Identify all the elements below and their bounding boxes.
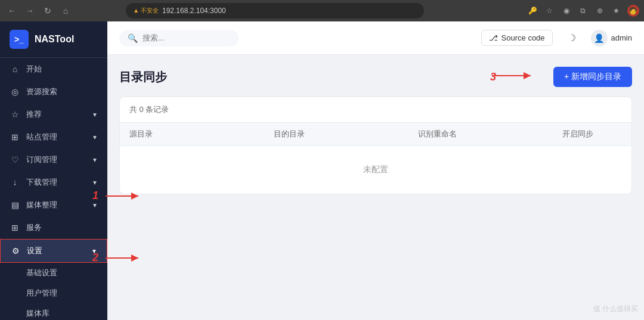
sidebar-item-home[interactable]: ⌂ 开始 — [0, 58, 107, 80]
media-icon: ▤ — [10, 200, 20, 210]
user-name-label: admin — [611, 33, 632, 42]
chevron-down-icon-6: ▼ — [91, 248, 97, 254]
extension-icon-4[interactable]: ⧉ — [577, 5, 589, 17]
site-icon: ⊞ — [10, 132, 20, 142]
theme-toggle-button[interactable]: ☽ — [562, 29, 581, 48]
home-button[interactable]: ⌂ — [58, 4, 73, 18]
sidebar-item-service-label: 服务 — [26, 222, 42, 233]
sidebar: >_ NASTool ⌂ 开始 ◎ 资源搜索 ☆ 推荐 ▼ ⊞ 站点管理 ▼ ♡… — [0, 21, 107, 320]
add-sync-dir-button[interactable]: + 新增同步目录 — [553, 67, 632, 87]
chevron-down-icon-2: ▼ — [92, 134, 98, 141]
table-header: 源目录 目的目录 识别重命名 开启同步 — [120, 123, 631, 146]
recommend-icon: ☆ — [10, 110, 20, 119]
col-dest-dir: 目的目录 — [274, 129, 418, 139]
address-bar: ▲ 不安全 192.168.2.104:3000 — [126, 3, 424, 18]
source-code-button[interactable]: ⎇ Source code — [481, 30, 553, 46]
security-warning: ▲ 不安全 — [133, 7, 159, 15]
sidebar-item-service[interactable]: ⊞ 服务 — [0, 216, 107, 239]
page-title: 目录同步 — [119, 69, 167, 85]
chevron-down-icon-5: ▼ — [92, 202, 98, 209]
search-icon: ◎ — [10, 87, 20, 97]
sidebar-item-site-label: 站点管理 — [26, 132, 57, 142]
col-source-dir: 源目录 — [129, 129, 274, 139]
settings-gear-icon: ⚙ — [10, 246, 21, 256]
service-icon: ⊞ — [10, 223, 20, 232]
search-input[interactable] — [143, 33, 230, 42]
sidebar-item-recommend[interactable]: ☆ 推荐 ▼ — [0, 103, 107, 126]
reload-button[interactable]: ↻ — [41, 4, 55, 18]
record-count: 共 0 条记录 — [120, 97, 631, 123]
topbar-right: ⎇ Source code ☽ 👤 admin — [481, 29, 632, 48]
col-enabled: 开启同步 — [562, 129, 622, 139]
sidebar-subitem-basic[interactable]: 基础设置 — [0, 263, 107, 283]
empty-state: 未配置 — [120, 146, 631, 194]
address-text: 192.168.2.104:3000 — [162, 7, 226, 15]
sidebar-item-home-label: 开始 — [26, 64, 42, 74]
topbar: 🔍 ⎇ Source code ☽ 👤 admin — [107, 21, 644, 55]
sync-table: 共 0 条记录 源目录 目的目录 识别重命名 开启同步 未配置 — [119, 97, 632, 194]
browser-chrome: ← → ↻ ⌂ ▲ 不安全 192.168.2.104:3000 🔑 ☆ ◉ ⧉… — [0, 0, 644, 21]
sidebar-item-subscription-label: 订阅管理 — [26, 154, 57, 165]
chevron-down-icon-3: ▼ — [92, 157, 98, 163]
sidebar-item-site-manage[interactable]: ⊞ 站点管理 ▼ — [0, 126, 107, 148]
user-menu-button[interactable]: 👤 admin — [591, 30, 632, 46]
browser-toolbar-icons: 🔑 ☆ ◉ ⧉ ⊕ ★ 🧑 — [527, 5, 639, 17]
watermark: 值 什么值得买 — [593, 304, 638, 314]
sidebar-item-media[interactable]: ▤ 媒体整理 ▼ — [0, 194, 107, 216]
extension-icon-1[interactable]: 🔑 — [527, 5, 539, 17]
extension-icon-5[interactable]: ⊕ — [594, 5, 606, 17]
extension-icon-3[interactable]: ◉ — [561, 5, 572, 17]
sidebar-item-subscription[interactable]: ♡ 订阅管理 ▼ — [0, 148, 107, 171]
app-container: >_ NASTool ⌂ 开始 ◎ 资源搜索 ☆ 推荐 ▼ ⊞ 站点管理 ▼ ♡… — [0, 21, 644, 320]
profile-icon[interactable]: 🧑 — [627, 5, 639, 17]
chevron-down-icon-4: ▼ — [92, 179, 98, 186]
col-rename: 识别重命名 — [418, 129, 562, 139]
extension-icon-6[interactable]: ★ — [611, 5, 623, 17]
annotation-arrow — [492, 70, 540, 82]
extension-icon-2[interactable]: ☆ — [544, 5, 556, 17]
logo-icon: >_ — [10, 30, 29, 49]
main-content: 目录同步 3 + 新增同步目录 — [107, 55, 644, 320]
right-panel: 🔍 ⎇ Source code ☽ 👤 admin 目录同步 — [107, 21, 644, 320]
sidebar-item-recommend-label: 推荐 — [26, 109, 42, 120]
user-avatar: 👤 — [591, 30, 608, 46]
sidebar-item-media-label: 媒体整理 — [26, 200, 57, 210]
page-header: 目录同步 3 + 新增同步目录 — [119, 67, 632, 87]
sidebar-item-resource-search[interactable]: ◎ 资源搜索 — [0, 80, 107, 103]
back-button[interactable]: ← — [5, 4, 19, 18]
sidebar-subitem-user[interactable]: 用户管理 — [0, 283, 107, 303]
search-icon-top: 🔍 — [128, 33, 138, 43]
home-icon: ⌂ — [10, 64, 20, 74]
chevron-down-icon: ▼ — [92, 111, 98, 118]
sidebar-item-download-label: 下载管理 — [26, 177, 57, 188]
sidebar-item-resource-label: 资源搜索 — [26, 86, 57, 97]
source-code-label: Source code — [501, 33, 545, 42]
logo-text: NASTool — [35, 34, 74, 45]
github-icon: ⎇ — [489, 33, 498, 42]
sidebar-logo: >_ NASTool — [0, 21, 107, 58]
download-icon: ↓ — [10, 178, 20, 187]
sidebar-subitem-medialib[interactable]: 媒体库 — [0, 303, 107, 320]
subscription-icon: ♡ — [10, 155, 20, 164]
page-actions: 3 + 新增同步目录 — [490, 67, 632, 87]
sidebar-item-download[interactable]: ↓ 下载管理 ▼ — [0, 171, 107, 194]
forward-button[interactable]: → — [23, 4, 37, 18]
sidebar-item-settings[interactable]: ⚙ 设置 ▼ 1 — [0, 239, 107, 263]
sidebar-item-settings-label: 设置 — [27, 246, 42, 256]
search-box[interactable]: 🔍 — [119, 30, 239, 46]
